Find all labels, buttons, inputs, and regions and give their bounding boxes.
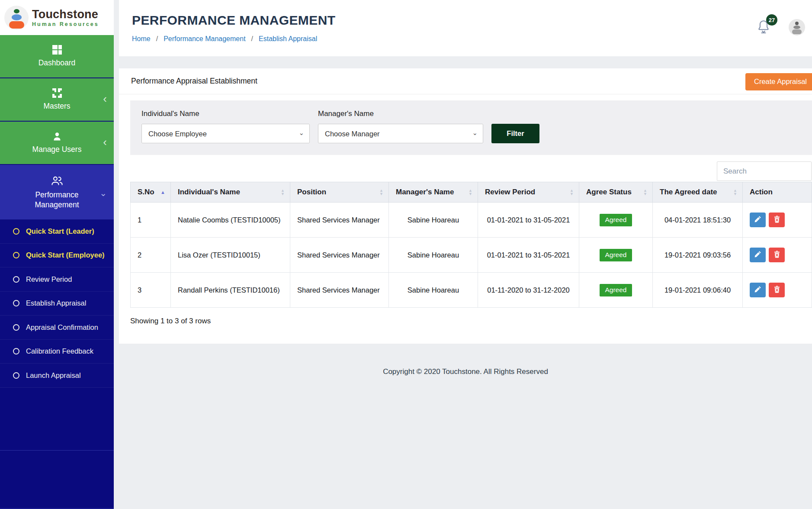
- edit-button[interactable]: [750, 248, 766, 262]
- submenu-item-label: Launch Appraisal: [26, 371, 81, 380]
- breadcrumb: Home / Performance Management / Establis…: [132, 35, 812, 43]
- sidebar-item-dashboard[interactable]: Dashboard: [0, 35, 114, 78]
- cell-individual-name: Natalie Coombs (TESTID10005): [171, 203, 290, 238]
- bell-icon: [757, 28, 770, 35]
- sidebar-item-manage-users[interactable]: Manage Users ‹: [0, 122, 114, 165]
- edit-button[interactable]: [750, 213, 766, 227]
- sort-icon: ▲▼: [379, 189, 383, 196]
- submenu-item-quick-start-employee[interactable]: Quick Start (Employee): [0, 244, 114, 268]
- cell-manager-name: Sabine Hoareau: [389, 273, 478, 308]
- column-header-review-period[interactable]: Review Period ▲▼: [478, 182, 579, 203]
- notifications-button[interactable]: 27: [757, 19, 770, 35]
- submenu-item-label: Appraisal Confirmation: [26, 323, 98, 332]
- circle-bullet-icon: [13, 348, 19, 354]
- user-avatar[interactable]: [789, 19, 805, 35]
- cell-review-period: 01-11-2020 to 31-12-2020: [478, 273, 579, 308]
- table-row: 3 Randall Perkins (TESTID10016) Shared S…: [131, 273, 812, 308]
- sidebar: Touchstone Human Resources Dashboard Mas…: [0, 0, 114, 509]
- cell-position: Shared Services Manager: [290, 238, 389, 273]
- cell-individual-name: Lisa Ozer (TESTID10015): [171, 238, 290, 273]
- submenu-item-launch-appraisal[interactable]: Launch Appraisal: [0, 364, 114, 388]
- search-input[interactable]: [717, 161, 812, 181]
- cell-sno: 2: [131, 238, 171, 273]
- sort-icon: ▲▼: [469, 189, 472, 196]
- column-header-manager-name[interactable]: Manager's Name ▲▼: [389, 182, 478, 203]
- cell-sno: 3: [131, 273, 171, 308]
- delete-button[interactable]: [769, 213, 785, 227]
- brand-tagline: Human Resources: [32, 21, 99, 27]
- create-appraisal-button[interactable]: Create Appraisal: [745, 73, 812, 90]
- sidebar-item-masters[interactable]: Masters ‹: [0, 78, 114, 122]
- submenu-item-label: Establish Appraisal: [26, 299, 86, 307]
- submenu-item-establish-appraisal[interactable]: Establish Appraisal: [0, 292, 114, 316]
- status-badge: Agreed: [600, 249, 632, 261]
- status-badge: Agreed: [600, 214, 632, 226]
- submenu-item-calibration-feedback[interactable]: Calibration Feedback: [0, 340, 114, 364]
- cell-review-period: 01-01-2021 to 31-05-2021: [478, 203, 579, 238]
- trash-x-icon: [773, 251, 780, 259]
- app-window: Touchstone Human Resources Dashboard Mas…: [0, 0, 812, 509]
- masters-icon: [52, 88, 62, 98]
- dashboard-icon: [52, 45, 62, 55]
- circle-bullet-icon: [13, 252, 19, 258]
- column-header-position[interactable]: Position ▲▼: [290, 182, 389, 203]
- performance-management-submenu: Quick Start (Leader) Quick Start (Employ…: [0, 219, 114, 388]
- submenu-item-label: Review Period: [26, 275, 72, 283]
- cell-position: Shared Services Manager: [290, 203, 389, 238]
- brand-logo: Touchstone Human Resources: [0, 0, 114, 35]
- sidebar-item-label: Masters: [43, 101, 70, 111]
- cell-individual-name: Randall Perkins (TESTID10016): [171, 273, 290, 308]
- individual-name-label: Individual's Name: [141, 110, 310, 118]
- submenu-item-quick-start-leader[interactable]: Quick Start (Leader): [0, 219, 114, 244]
- submenu-item-appraisal-confirmation[interactable]: Appraisal Confirmation: [0, 316, 114, 340]
- sort-icon: ▲▼: [570, 189, 574, 196]
- cell-manager-name: Sabine Hoareau: [389, 203, 478, 238]
- breadcrumb-separator: /: [251, 35, 253, 43]
- sort-icon: ▲▼: [643, 189, 647, 196]
- notification-count-badge: 27: [766, 14, 777, 26]
- brand-name: Touchstone: [32, 8, 99, 20]
- edit-button[interactable]: [750, 283, 766, 297]
- breadcrumb-establish-appraisal-link[interactable]: Establish Appraisal: [259, 35, 317, 43]
- filter-button[interactable]: Filter: [491, 124, 539, 143]
- sidebar-item-performance-management[interactable]: Performance Management ⌄: [0, 165, 114, 219]
- column-header-agreed-date[interactable]: The Agreed date ▲▼: [653, 182, 743, 203]
- breadcrumb-performance-management-link[interactable]: Performance Management: [164, 35, 245, 43]
- appraisal-card: Performance Appraisal Establishment Crea…: [119, 68, 812, 344]
- column-header-agree-status[interactable]: Agree Status ▲▼: [579, 182, 653, 203]
- table-row: 2 Lisa Ozer (TESTID10015) Shared Service…: [131, 238, 812, 273]
- circle-bullet-icon: [13, 324, 19, 331]
- card-title: Performance Appraisal Establishment: [131, 77, 257, 86]
- main-content: PERFORMANCE MANAGEMENT Home / Performanc…: [114, 0, 812, 509]
- circle-bullet-icon: [13, 300, 19, 306]
- delete-button[interactable]: [769, 283, 785, 297]
- individual-name-select[interactable]: Choose Employee: [141, 124, 310, 143]
- delete-button[interactable]: [769, 248, 785, 262]
- cell-position: Shared Services Manager: [290, 273, 389, 308]
- sort-asc-icon: ▲: [160, 190, 165, 195]
- sort-icon: ▲▼: [733, 189, 737, 196]
- cell-manager-name: Sabine Hoareau: [389, 238, 478, 273]
- cell-agreed-date: 19-01-2021 09:06:40: [653, 273, 743, 308]
- sidebar-spacer: [0, 450, 114, 508]
- table-header-row: S.No ▲ Individual's Name ▲▼ Position ▲▼: [131, 182, 812, 203]
- status-badge: Agreed: [600, 284, 632, 296]
- user-icon: [52, 131, 62, 142]
- circle-bullet-icon: [13, 228, 19, 235]
- column-header-action: Action: [743, 182, 812, 203]
- pencil-icon: [754, 216, 761, 224]
- trash-x-icon: [773, 286, 780, 294]
- trash-x-icon: [773, 216, 780, 224]
- pencil-icon: [754, 286, 761, 294]
- breadcrumb-separator: /: [156, 35, 158, 43]
- submenu-item-label: Quick Start (Employee): [26, 251, 105, 259]
- manager-name-select[interactable]: Choose Manager: [318, 124, 483, 143]
- submenu-item-review-period[interactable]: Review Period: [0, 267, 114, 292]
- pencil-icon: [754, 251, 761, 259]
- breadcrumb-home-link[interactable]: Home: [132, 35, 151, 43]
- circle-bullet-icon: [13, 276, 19, 283]
- sidebar-item-label: Manage Users: [32, 145, 82, 155]
- users-icon: [51, 175, 64, 187]
- column-header-sno[interactable]: S.No ▲: [131, 182, 171, 203]
- column-header-individual-name[interactable]: Individual's Name ▲▼: [171, 182, 290, 203]
